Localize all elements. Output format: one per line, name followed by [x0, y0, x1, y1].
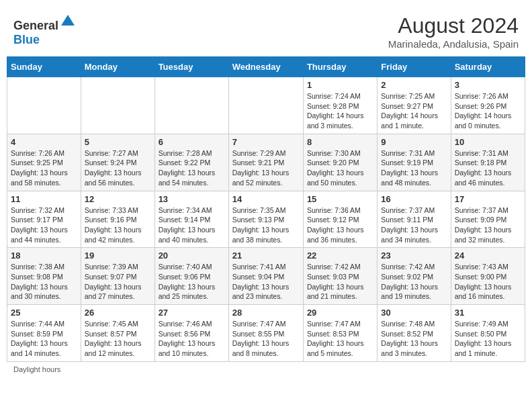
day-info: Sunrise: 7:38 AM Sunset: 9:08 PM Dayligh…: [11, 262, 77, 302]
header: General Blue August 2024 Marinaleda, And…: [7, 7, 525, 53]
day-number: 27: [159, 308, 225, 318]
day-number: 31: [455, 308, 521, 318]
day-number: 14: [232, 194, 300, 204]
day-cell: 24Sunrise: 7:43 AM Sunset: 9:00 PM Dayli…: [451, 248, 525, 305]
day-number: 29: [307, 308, 373, 318]
day-cell: 27Sunrise: 7:46 AM Sunset: 8:56 PM Dayli…: [154, 305, 228, 362]
col-header-tuesday: Tuesday: [154, 57, 228, 77]
month-year: August 2024: [388, 13, 519, 38]
calendar-table: SundayMondayTuesdayWednesdayThursdayFrid…: [7, 56, 525, 362]
day-number: 21: [232, 250, 300, 261]
week-row-0: 1Sunrise: 7:24 AM Sunset: 9:28 PM Daylig…: [7, 77, 525, 134]
day-cell: 18Sunrise: 7:38 AM Sunset: 9:08 PM Dayli…: [7, 248, 81, 305]
day-info: Sunrise: 7:46 AM Sunset: 8:56 PM Dayligh…: [159, 319, 225, 359]
footer-note: Daylight hours: [7, 362, 525, 377]
day-number: 6: [159, 137, 225, 147]
day-number: 1: [307, 80, 373, 90]
day-number: 2: [381, 80, 447, 90]
day-cell: 6Sunrise: 7:28 AM Sunset: 9:22 PM Daylig…: [154, 134, 228, 191]
day-info: Sunrise: 7:44 AM Sunset: 8:59 PM Dayligh…: [11, 319, 77, 359]
day-info: Sunrise: 7:33 AM Sunset: 9:16 PM Dayligh…: [85, 205, 151, 245]
day-number: 23: [381, 250, 447, 261]
day-info: Sunrise: 7:36 AM Sunset: 9:12 PM Dayligh…: [307, 205, 373, 245]
day-cell: 11Sunrise: 7:32 AM Sunset: 9:17 PM Dayli…: [7, 191, 81, 248]
day-cell: 28Sunrise: 7:47 AM Sunset: 8:55 PM Dayli…: [228, 305, 303, 362]
col-header-monday: Monday: [81, 57, 154, 77]
title-area: August 2024 Marinaleda, Andalusia, Spain: [388, 13, 519, 50]
col-header-saturday: Saturday: [451, 57, 525, 77]
day-cell: 7Sunrise: 7:29 AM Sunset: 9:21 PM Daylig…: [228, 134, 303, 191]
day-cell: 4Sunrise: 7:26 AM Sunset: 9:25 PM Daylig…: [7, 134, 81, 191]
day-info: Sunrise: 7:47 AM Sunset: 8:53 PM Dayligh…: [307, 319, 373, 359]
day-info: Sunrise: 7:37 AM Sunset: 9:09 PM Dayligh…: [455, 205, 521, 245]
day-cell: 29Sunrise: 7:47 AM Sunset: 8:53 PM Dayli…: [303, 305, 377, 362]
svg-marker-0: [61, 15, 75, 26]
day-info: Sunrise: 7:42 AM Sunset: 9:02 PM Dayligh…: [381, 262, 447, 302]
day-number: 9: [381, 137, 447, 147]
day-info: Sunrise: 7:27 AM Sunset: 9:24 PM Dayligh…: [85, 148, 151, 188]
day-number: 5: [85, 137, 151, 147]
logo-blue: Blue: [13, 33, 40, 46]
day-number: 24: [455, 250, 521, 261]
col-header-friday: Friday: [378, 57, 451, 77]
day-info: Sunrise: 7:45 AM Sunset: 8:57 PM Dayligh…: [85, 319, 151, 359]
day-number: 3: [455, 80, 521, 90]
day-cell: 23Sunrise: 7:42 AM Sunset: 9:02 PM Dayli…: [378, 248, 451, 305]
col-header-wednesday: Wednesday: [228, 57, 303, 77]
day-number: 19: [85, 250, 151, 261]
day-info: Sunrise: 7:26 AM Sunset: 9:25 PM Dayligh…: [11, 148, 77, 188]
day-number: 22: [307, 250, 373, 261]
day-cell: 25Sunrise: 7:44 AM Sunset: 8:59 PM Dayli…: [7, 305, 81, 362]
week-row-2: 11Sunrise: 7:32 AM Sunset: 9:17 PM Dayli…: [7, 191, 525, 248]
day-number: 13: [159, 194, 225, 204]
week-row-1: 4Sunrise: 7:26 AM Sunset: 9:25 PM Daylig…: [7, 134, 525, 191]
day-number: 20: [159, 250, 225, 261]
day-cell: 8Sunrise: 7:30 AM Sunset: 9:20 PM Daylig…: [303, 134, 377, 191]
day-info: Sunrise: 7:32 AM Sunset: 9:17 PM Dayligh…: [11, 205, 77, 245]
day-number: 30: [381, 308, 447, 318]
day-number: 26: [85, 308, 151, 318]
col-header-thursday: Thursday: [303, 57, 377, 77]
location: Marinaleda, Andalusia, Spain: [388, 38, 519, 50]
day-number: 7: [232, 137, 300, 147]
day-number: 18: [11, 250, 77, 261]
day-number: 10: [455, 137, 521, 147]
day-number: 17: [455, 194, 521, 204]
day-cell: 20Sunrise: 7:40 AM Sunset: 9:06 PM Dayli…: [154, 248, 228, 305]
day-info: Sunrise: 7:47 AM Sunset: 8:55 PM Dayligh…: [232, 319, 300, 359]
day-number: 25: [11, 308, 77, 318]
day-cell: 22Sunrise: 7:42 AM Sunset: 9:03 PM Dayli…: [303, 248, 377, 305]
day-cell: 5Sunrise: 7:27 AM Sunset: 9:24 PM Daylig…: [81, 134, 154, 191]
logo: General Blue: [13, 13, 76, 47]
day-info: Sunrise: 7:31 AM Sunset: 9:18 PM Dayligh…: [455, 148, 521, 188]
day-cell: [81, 77, 154, 134]
day-cell: 3Sunrise: 7:26 AM Sunset: 9:26 PM Daylig…: [451, 77, 525, 134]
day-number: 28: [232, 308, 300, 318]
day-cell: [154, 77, 228, 134]
week-row-3: 18Sunrise: 7:38 AM Sunset: 9:08 PM Dayli…: [7, 248, 525, 305]
logo-general: General: [13, 19, 58, 32]
col-header-sunday: Sunday: [7, 57, 81, 77]
day-cell: [228, 77, 303, 134]
day-cell: 17Sunrise: 7:37 AM Sunset: 9:09 PM Dayli…: [451, 191, 525, 248]
day-cell: 1Sunrise: 7:24 AM Sunset: 9:28 PM Daylig…: [303, 77, 377, 134]
day-cell: 30Sunrise: 7:48 AM Sunset: 8:52 PM Dayli…: [378, 305, 451, 362]
daylight-label: Daylight hours: [13, 365, 60, 373]
day-info: Sunrise: 7:35 AM Sunset: 9:13 PM Dayligh…: [232, 205, 300, 245]
day-cell: 14Sunrise: 7:35 AM Sunset: 9:13 PM Dayli…: [228, 191, 303, 248]
day-cell: 21Sunrise: 7:41 AM Sunset: 9:04 PM Dayli…: [228, 248, 303, 305]
day-cell: 13Sunrise: 7:34 AM Sunset: 9:14 PM Dayli…: [154, 191, 228, 248]
day-info: Sunrise: 7:43 AM Sunset: 9:00 PM Dayligh…: [455, 262, 521, 302]
day-cell: 15Sunrise: 7:36 AM Sunset: 9:12 PM Dayli…: [303, 191, 377, 248]
day-cell: 12Sunrise: 7:33 AM Sunset: 9:16 PM Dayli…: [81, 191, 154, 248]
day-cell: 16Sunrise: 7:37 AM Sunset: 9:11 PM Dayli…: [378, 191, 451, 248]
day-cell: 31Sunrise: 7:49 AM Sunset: 8:50 PM Dayli…: [451, 305, 525, 362]
day-info: Sunrise: 7:28 AM Sunset: 9:22 PM Dayligh…: [159, 148, 225, 188]
day-info: Sunrise: 7:49 AM Sunset: 8:50 PM Dayligh…: [455, 319, 521, 359]
day-number: 12: [85, 194, 151, 204]
day-cell: [7, 77, 81, 134]
day-info: Sunrise: 7:34 AM Sunset: 9:14 PM Dayligh…: [159, 205, 225, 245]
day-cell: 2Sunrise: 7:25 AM Sunset: 9:27 PM Daylig…: [378, 77, 451, 134]
day-info: Sunrise: 7:40 AM Sunset: 9:06 PM Dayligh…: [159, 262, 225, 302]
day-info: Sunrise: 7:48 AM Sunset: 8:52 PM Dayligh…: [381, 319, 447, 359]
